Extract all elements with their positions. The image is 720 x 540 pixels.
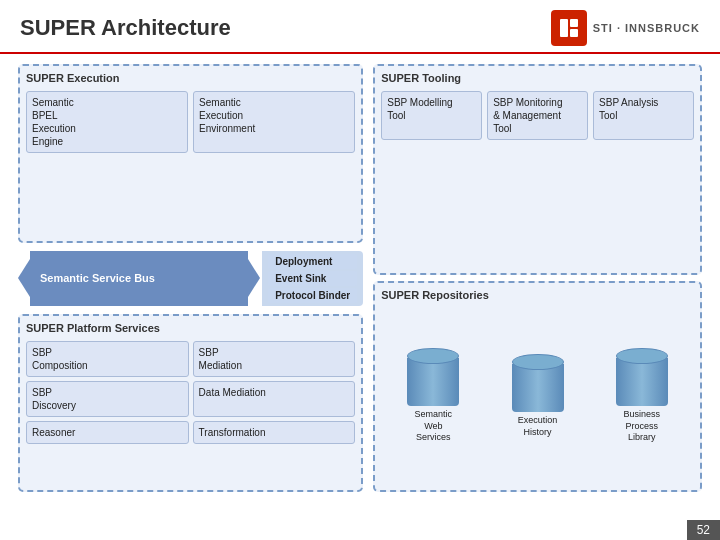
platform-label: SUPER Platform Services (26, 322, 355, 334)
page-number: 52 (687, 520, 720, 540)
cylinder-shape-0 (407, 348, 459, 406)
ssb-tags-panel: Deployment Event Sink Protocol Binder (262, 251, 363, 306)
platform-cell-3: Data Mediation (193, 381, 356, 417)
ssb-tag-deployment: Deployment (268, 254, 357, 269)
cylinder-shape-1 (512, 354, 564, 412)
cyl-label-1: ExecutionHistory (518, 415, 558, 438)
left-column: SUPER Execution SemanticBPELExecutionEng… (18, 64, 363, 492)
ssb-left-arrow (18, 259, 30, 297)
tooling-cell-1: SBP Monitoring& ManagementTool (487, 91, 588, 140)
cyl-top-1 (512, 354, 564, 370)
exec-cell-0: SemanticBPELExecutionEngine (26, 91, 188, 153)
logo-area: STI · INNSBRUCK (551, 10, 700, 46)
repos-section: SUPER Repositories SemanticWebServices (373, 281, 702, 492)
service-bus-row: Semantic Service Bus Deployment Event Si… (18, 251, 363, 306)
platform-cell-2: SBPDiscovery (26, 381, 189, 417)
ssb-tag-eventsink: Event Sink (268, 271, 357, 286)
cyl-body-0 (407, 358, 459, 406)
tooling-cell-0: SBP ModellingTool (381, 91, 482, 140)
platform-cell-0: SBPComposition (26, 341, 189, 377)
sti-logo-icon (551, 10, 587, 46)
exec-cell-1: SemanticExecutionEnvironment (193, 91, 355, 153)
platform-section: SUPER Platform Services SBPComposition S… (18, 314, 363, 493)
logo-text: STI · INNSBRUCK (593, 22, 700, 34)
page-header: SUPER Architecture STI · INNSBRUCK (0, 0, 720, 54)
cyl-top-2 (616, 348, 668, 364)
cyl-top-0 (407, 348, 459, 364)
svg-rect-0 (560, 19, 568, 37)
ssb-label: Semantic Service Bus (40, 272, 155, 284)
page-title: SUPER Architecture (20, 15, 231, 41)
execution-section: SUPER Execution SemanticBPELExecutionEng… (18, 64, 363, 243)
cylinder-1: ExecutionHistory (512, 354, 564, 438)
cyl-label-2: BusinessProcessLibrary (624, 409, 661, 444)
cyl-body-2 (616, 358, 668, 406)
tooling-section: SUPER Tooling SBP ModellingTool SBP Moni… (373, 64, 702, 275)
svg-rect-2 (570, 29, 578, 37)
tooling-cells-row: SBP ModellingTool SBP Monitoring& Manage… (381, 91, 694, 140)
cylinders-row: SemanticWebServices ExecutionHistory (381, 308, 694, 484)
repos-label: SUPER Repositories (381, 289, 694, 301)
ssb-body: Semantic Service Bus (30, 251, 248, 306)
platform-cell-4: Reasoner (26, 421, 189, 444)
right-column: SUPER Tooling SBP ModellingTool SBP Moni… (373, 64, 702, 492)
platform-grid: SBPComposition SBPMediation SBPDiscovery… (26, 341, 355, 444)
cylinder-shape-2 (616, 348, 668, 406)
cylinder-0: SemanticWebServices (407, 348, 459, 444)
platform-cell-5: Transformation (193, 421, 356, 444)
ssb-right-arrow (248, 259, 260, 297)
svg-rect-1 (570, 19, 578, 27)
cyl-body-1 (512, 364, 564, 412)
execution-label: SUPER Execution (26, 72, 355, 84)
cyl-label-0: SemanticWebServices (415, 409, 453, 444)
execution-cells-row: SemanticBPELExecutionEngine SemanticExec… (26, 91, 355, 153)
platform-cell-1: SBPMediation (193, 341, 356, 377)
ssb-tag-protocol: Protocol Binder (268, 288, 357, 303)
cylinder-2: BusinessProcessLibrary (616, 348, 668, 444)
main-content: SUPER Execution SemanticBPELExecutionEng… (0, 54, 720, 502)
tooling-label: SUPER Tooling (381, 72, 694, 84)
tooling-cell-2: SBP AnalysisTool (593, 91, 694, 140)
